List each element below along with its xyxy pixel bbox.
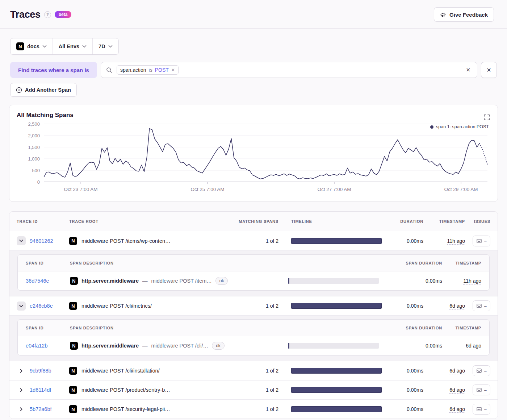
trace-duration: 0.00ms — [387, 368, 423, 374]
remove-span-row-button[interactable]: ✕ — [481, 62, 497, 78]
column-header-issues: ISSUES — [465, 219, 490, 224]
trace-id-link[interactable]: 94601262 — [30, 238, 53, 244]
span-duration: 0.00ms — [388, 278, 442, 284]
date-range-filter[interactable]: 7D — [92, 38, 118, 54]
span-op-label: http.server.middleware — [81, 343, 139, 349]
timeline-bar[interactable] — [291, 387, 382, 393]
column-header-trace-root: TRACE ROOT — [69, 219, 239, 224]
trace-timestamp: 6d ago — [449, 406, 465, 413]
token-remove-icon[interactable]: ✕ — [171, 67, 175, 72]
trace-duration: 0.00ms — [387, 387, 423, 393]
issues-button[interactable]: – — [473, 365, 490, 376]
issues-inbox-icon — [476, 303, 482, 309]
span-status-badge: ok — [212, 342, 225, 350]
trace-duration: 0.00ms — [387, 303, 423, 309]
nextjs-project-icon: N — [69, 405, 77, 413]
trace-root-label: middleware POST /product/sentry-b… — [81, 387, 170, 393]
expand-chevron-icon[interactable] — [17, 366, 26, 375]
collapse-chevron-icon[interactable] — [17, 236, 26, 245]
column-header-span-id: SPAN ID — [26, 326, 70, 330]
search-filter-token[interactable]: span.action is POST ✕ — [117, 65, 179, 75]
collapse-chevron-icon[interactable] — [17, 302, 26, 311]
span-row[interactable]: e04fa12bNhttp.server.middleware—middlewa… — [18, 336, 489, 355]
timeline-bar[interactable] — [291, 368, 382, 374]
x-axis-label: Oct 29 7:00 AM — [444, 187, 478, 192]
matching-spans-count: 1 of 2 — [239, 303, 278, 309]
span-id-link[interactable]: 36d7546e — [26, 278, 70, 284]
trace-root-label: middleware POST /cli/metrics/ — [81, 303, 152, 309]
page-header: Traces ? beta Give Feedback — [0, 0, 507, 29]
matching-spans-count: 1 of 2 — [239, 387, 278, 393]
trace-id-link[interactable]: 1d6114df — [30, 387, 51, 393]
timeline-bar[interactable] — [291, 303, 382, 309]
column-header-span-duration: SPAN DURATION — [388, 261, 442, 265]
column-header-timestamp: TIMESTAMP — [423, 219, 465, 224]
span-timeline-track[interactable] — [288, 343, 379, 349]
trace-row[interactable]: 94601262Nmiddleware POST /items/wp-conte… — [9, 231, 498, 250]
trace-row[interactable]: 1d6114dfNmiddleware POST /product/sentry… — [9, 380, 498, 399]
span-description-label: middleware POST /cli/… — [151, 343, 208, 349]
issues-count-dash: – — [484, 238, 487, 244]
trace-row[interactable]: e246cb8eNmiddleware POST /cli/metrics/1 … — [9, 296, 498, 315]
trace-group: 94601262Nmiddleware POST /items/wp-conte… — [9, 231, 498, 296]
clear-search-icon[interactable]: ✕ — [464, 65, 472, 75]
nextjs-project-icon: N — [70, 277, 78, 285]
trace-timestamp: 6d ago — [449, 303, 465, 309]
timeline-bar[interactable] — [291, 238, 382, 244]
trace-row[interactable]: 9cb9f88bNmiddleware POST /cli/installati… — [9, 361, 498, 380]
span-search-input[interactable]: span.action is POST ✕ ✕ — [101, 62, 477, 78]
column-header-span-timestamp: TIMESTAMP — [442, 326, 481, 330]
span-timestamp: 11h ago — [463, 278, 481, 284]
fullscreen-icon[interactable] — [484, 115, 490, 120]
issues-count-dash: – — [484, 387, 487, 393]
expanded-span-section: SPAN IDSPAN DESCRIPTIONSPAN DURATIONTIME… — [9, 315, 498, 361]
issues-button[interactable]: – — [473, 236, 490, 246]
matching-spans-count: 1 of 2 — [239, 406, 278, 412]
expand-chevron-icon[interactable] — [17, 386, 26, 395]
span-subtable-header: SPAN IDSPAN DESCRIPTIONSPAN DURATIONTIME… — [18, 320, 489, 336]
trace-duration: 0.00ms — [387, 406, 423, 412]
y-axis-label: 2,000 — [28, 133, 40, 138]
issues-button[interactable]: – — [473, 404, 490, 415]
issues-button[interactable]: – — [473, 384, 490, 395]
y-axis-label: 1,000 — [28, 156, 40, 162]
trace-root-label: middleware POST /security-legal-pii… — [81, 406, 170, 412]
chevron-down-icon — [108, 45, 113, 48]
span-timeline-track[interactable] — [288, 278, 379, 284]
span-status-badge: ok — [215, 277, 228, 285]
timeline-bar[interactable] — [291, 406, 382, 412]
column-header-span-duration: SPAN DURATION — [388, 326, 442, 330]
trace-id-link[interactable]: 9cb9f88b — [30, 368, 51, 374]
span-subtable: SPAN IDSPAN DESCRIPTIONSPAN DURATIONTIME… — [17, 319, 490, 355]
issues-inbox-icon — [476, 238, 482, 244]
trace-id-link[interactable]: 5b72a6bf — [30, 406, 51, 412]
trace-row[interactable]: 5b72a6bfNmiddleware POST /security-legal… — [9, 399, 498, 419]
environment-filter[interactable]: All Envs — [53, 38, 92, 54]
column-header-matching-spans: MATCHING SPANS — [239, 219, 278, 224]
trace-id-link[interactable]: e246cb8e — [30, 303, 53, 309]
help-icon[interactable]: ? — [44, 11, 51, 18]
x-axis-label: Oct 23 7:00 AM — [64, 187, 98, 192]
y-axis-label: 2,500 — [28, 121, 40, 127]
chevron-down-icon — [42, 45, 47, 48]
issues-button[interactable]: – — [473, 300, 490, 311]
expand-chevron-icon[interactable] — [17, 405, 26, 414]
issues-inbox-icon — [476, 368, 482, 374]
span-subtable: SPAN IDSPAN DESCRIPTIONSPAN DURATIONTIME… — [17, 254, 490, 291]
y-axis-label: 1,500 — [28, 145, 40, 150]
traces-table: TRACE ID TRACE ROOT MATCHING SPANS TIMEL… — [9, 211, 498, 419]
give-feedback-button[interactable]: Give Feedback — [434, 7, 494, 22]
nextjs-project-icon: N — [16, 42, 24, 50]
project-filter[interactable]: N docs — [11, 38, 53, 54]
separator: — — [142, 343, 148, 349]
span-duration: 0.00ms — [388, 343, 442, 349]
span-description-label: middleware POST /item… — [151, 278, 211, 284]
span-subtable-header: SPAN IDSPAN DESCRIPTIONSPAN DURATIONTIME… — [18, 255, 489, 271]
span-id-link[interactable]: e04fa12b — [26, 343, 70, 349]
chart-line-dashed-tail — [479, 144, 487, 165]
chevron-down-icon — [82, 45, 87, 48]
add-another-span-button[interactable]: Add Another Span — [10, 83, 77, 97]
plus-circle-icon — [16, 87, 22, 93]
span-row[interactable]: 36d7546eNhttp.server.middleware—middlewa… — [18, 271, 489, 290]
chart-svg: 05001,0001,5002,0002,500Oct 23 7:00 AMOc… — [17, 119, 491, 198]
